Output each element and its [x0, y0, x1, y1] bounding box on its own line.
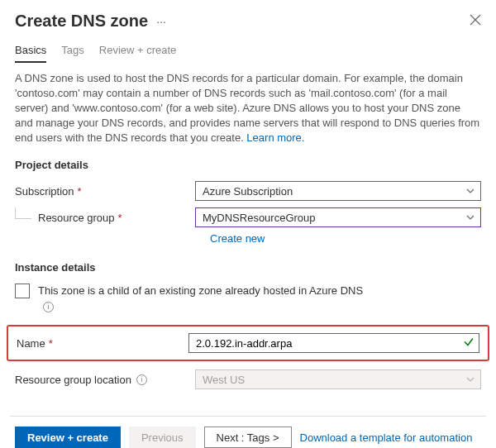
close-icon [470, 14, 481, 26]
indent-connector [15, 207, 31, 219]
child-zone-row: This zone is a child of an existing zone… [0, 280, 496, 317]
create-new-rg-link[interactable]: Create new [210, 232, 265, 245]
previous-button: Previous [129, 427, 196, 448]
child-zone-label: This zone is a child of an existing zone… [38, 284, 363, 297]
location-value: West US [203, 374, 245, 386]
resource-group-dropdown[interactable]: MyDNSResourceGroup [195, 207, 481, 227]
required-asterisk: * [118, 212, 122, 224]
subscription-dropdown[interactable]: Azure Subscription [195, 181, 481, 201]
tab-basics[interactable]: Basics [15, 44, 46, 63]
subscription-label: Subscription [15, 185, 74, 198]
tabs: Basics Tags Review + create [0, 36, 496, 63]
subscription-row: Subscription * Azure Subscription [0, 178, 496, 204]
name-highlight: Name * [7, 325, 489, 361]
project-details-heading: Project details [0, 145, 496, 178]
required-asterisk: * [49, 337, 53, 350]
location-dropdown: West US [195, 369, 481, 389]
resource-group-value: MyDNSResourceGroup [203, 212, 316, 224]
info-icon[interactable]: i [43, 302, 54, 312]
name-input[interactable] [188, 333, 479, 353]
instance-details-heading: Instance details [0, 248, 496, 280]
resource-group-row: Resource group * MyDNSResourceGroup [0, 204, 496, 231]
resource-group-label: Resource group [38, 212, 115, 224]
location-row: Resource group location i West US [0, 366, 496, 393]
tab-tags[interactable]: Tags [61, 44, 83, 63]
learn-more-link[interactable]: Learn more. [246, 131, 304, 144]
info-icon[interactable]: i [136, 374, 147, 385]
more-actions-button[interactable]: ··· [156, 15, 166, 28]
footer: Review + create Previous Next : Tags > D… [0, 417, 496, 448]
subscription-value: Azure Subscription [203, 185, 293, 198]
check-icon [463, 336, 475, 350]
name-row: Name * [17, 330, 479, 356]
required-asterisk: * [78, 185, 82, 198]
download-template-link[interactable]: Download a template for automation [300, 431, 473, 444]
review-create-button[interactable]: Review + create [15, 427, 121, 448]
close-button[interactable] [470, 14, 481, 29]
location-label: Resource group location [15, 374, 131, 386]
chevron-down-icon [465, 212, 475, 222]
page-title: Create DNS zone [15, 12, 148, 31]
chevron-down-icon [465, 186, 475, 196]
name-label: Name [17, 337, 45, 350]
description-text: A DNS zone is used to host the DNS recor… [0, 63, 496, 145]
chevron-down-icon [465, 374, 475, 384]
tab-review-create[interactable]: Review + create [99, 44, 177, 63]
next-button[interactable]: Next : Tags > [204, 427, 292, 448]
child-zone-checkbox[interactable] [15, 284, 30, 298]
